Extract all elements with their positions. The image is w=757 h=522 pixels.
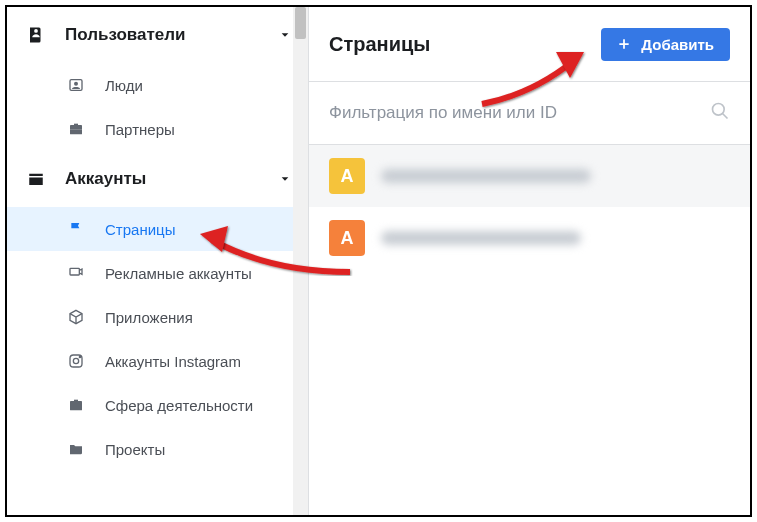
ad-icon	[65, 265, 87, 281]
search-row	[309, 81, 750, 145]
briefcase-icon	[65, 397, 87, 413]
svg-rect-6	[70, 268, 79, 275]
sidebar-item-people[interactable]: Люди	[7, 63, 308, 107]
section-label: Аккаунты	[65, 169, 146, 189]
sidebar: Пользователи Люди Партнеры Аккаунты	[7, 7, 309, 515]
sidebar-item-pages[interactable]: Страницы	[7, 207, 308, 251]
sidebar-item-instagram[interactable]: Аккаунты Instagram	[7, 339, 308, 383]
nav-label: Приложения	[105, 309, 193, 326]
box-icon	[65, 309, 87, 325]
instagram-icon	[65, 353, 87, 369]
add-button[interactable]: Добавить	[601, 28, 730, 61]
sidebar-item-projects[interactable]: Проекты	[7, 427, 308, 471]
nav-label: Сфера деятельности	[105, 397, 253, 414]
list-item[interactable]: А	[309, 145, 750, 207]
svg-rect-3	[70, 129, 82, 130]
add-button-label: Добавить	[641, 36, 714, 53]
svg-point-1	[74, 82, 78, 86]
item-name-blurred	[381, 231, 581, 245]
svg-point-8	[73, 358, 78, 363]
page-title: Страницы	[329, 33, 430, 56]
svg-rect-5	[29, 178, 43, 186]
person-card-icon	[65, 77, 87, 93]
sidebar-item-apps[interactable]: Приложения	[7, 295, 308, 339]
nav-label: Аккаунты Instagram	[105, 353, 241, 370]
main-panel: Страницы Добавить А А	[309, 7, 750, 515]
nav-label: Рекламные аккаунты	[105, 265, 252, 282]
item-name-blurred	[381, 169, 591, 183]
sidebar-item-ad-accounts[interactable]: Рекламные аккаунты	[7, 251, 308, 295]
flag-icon	[65, 221, 87, 237]
folder-icon	[65, 441, 87, 457]
nav-label: Партнеры	[105, 121, 175, 138]
avatar: А	[329, 220, 365, 256]
accounts-icon	[25, 170, 47, 188]
scrollbar-thumb[interactable]	[295, 7, 306, 39]
section-label: Пользователи	[65, 25, 186, 45]
svg-rect-4	[29, 174, 43, 176]
sidebar-item-business-lines[interactable]: Сфера деятельности	[7, 383, 308, 427]
svg-point-9	[79, 356, 80, 357]
list-item[interactable]: А	[309, 207, 750, 269]
avatar: А	[329, 158, 365, 194]
sidebar-scrollbar[interactable]	[293, 7, 308, 515]
svg-point-11	[713, 104, 725, 116]
chevron-down-icon	[280, 169, 290, 189]
nav-label: Проекты	[105, 441, 165, 458]
svg-rect-10	[70, 401, 82, 410]
search-input[interactable]	[329, 103, 710, 123]
plus-icon	[617, 37, 631, 51]
chevron-down-icon	[280, 25, 290, 45]
sidebar-section-users[interactable]: Пользователи	[7, 7, 308, 63]
main-header: Страницы Добавить	[309, 7, 750, 81]
sidebar-section-accounts[interactable]: Аккаунты	[7, 151, 308, 207]
search-icon	[710, 101, 730, 125]
sidebar-item-partners[interactable]: Партнеры	[7, 107, 308, 151]
nav-label: Люди	[105, 77, 143, 94]
briefcase-icon	[65, 121, 87, 137]
users-icon	[25, 26, 47, 44]
nav-label: Страницы	[105, 221, 175, 238]
